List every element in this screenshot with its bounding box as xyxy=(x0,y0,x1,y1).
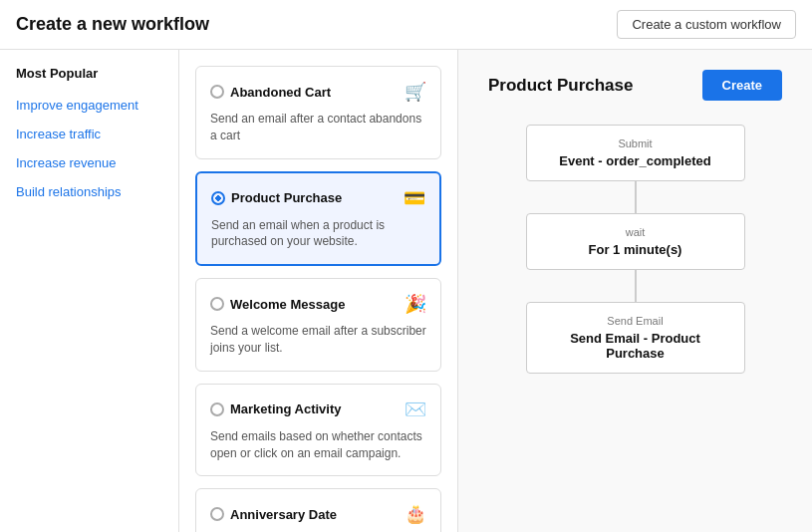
workflow-node-label-2: Send Email xyxy=(543,315,728,327)
radio-marketing-activity[interactable] xyxy=(210,402,224,416)
template-icon-anniversary-date: 🎂 xyxy=(405,503,426,525)
sidebar: Most Popular Improve engagementIncrease … xyxy=(0,50,179,532)
template-name-marketing-activity: Marketing Activity xyxy=(230,401,342,416)
workflow-node-value-1: For 1 minute(s) xyxy=(543,242,728,257)
workflow-node-1: waitFor 1 minute(s) xyxy=(526,213,745,270)
template-icon-abandoned-cart: 🛒 xyxy=(405,81,426,103)
template-card-anniversary-date[interactable]: Anniversary Date🎂Send an annual email or… xyxy=(195,488,441,532)
sidebar-section-title: Most Popular xyxy=(0,66,178,91)
template-card-product-purchase[interactable]: Product Purchase💳Send an email when a pr… xyxy=(195,171,441,267)
template-name-abandoned-cart: Abandoned Cart xyxy=(230,85,331,100)
template-desc-product-purchase: Send an email when a product is purchase… xyxy=(211,217,425,251)
workflow-node-label-0: Submit xyxy=(543,137,728,149)
preview-title: Product Purchase xyxy=(488,76,634,96)
template-list: Abandoned Cart🛒Send an email after a con… xyxy=(179,50,458,532)
workflow-node-value-0: Event - order_completed xyxy=(543,153,728,168)
template-name-anniversary-date: Anniversary Date xyxy=(230,507,337,522)
workflow-diagram: SubmitEvent - order_completedwaitFor 1 m… xyxy=(488,125,782,374)
preview-header: Product Purchase Create xyxy=(488,70,782,101)
template-desc-marketing-activity: Send emails based on whether contacts op… xyxy=(210,428,426,462)
workflow-connector xyxy=(635,270,637,302)
workflow-node-label-1: wait xyxy=(543,226,728,238)
template-icon-marketing-activity: ✉️ xyxy=(405,399,426,420)
template-desc-abandoned-cart: Send an email after a contact abandons a… xyxy=(210,111,426,144)
header: Create a new workflow Create a custom wo… xyxy=(0,0,812,50)
radio-product-purchase[interactable] xyxy=(211,191,225,205)
radio-welcome-message[interactable] xyxy=(210,297,224,311)
template-card-marketing-activity[interactable]: Marketing Activity✉️Send emails based on… xyxy=(195,384,441,477)
workflow-node-0: SubmitEvent - order_completed xyxy=(526,125,745,181)
sidebar-item[interactable]: Build relationships xyxy=(0,177,178,206)
template-card-welcome-message[interactable]: Welcome Message🎉Send a welcome email aft… xyxy=(195,278,441,372)
template-card-abandoned-cart[interactable]: Abandoned Cart🛒Send an email after a con… xyxy=(195,66,441,159)
workflow-node-2: Send EmailSend Email - Product Purchase xyxy=(526,302,745,374)
sidebar-item[interactable]: Increase revenue xyxy=(0,148,178,177)
workflow-node-value-2: Send Email - Product Purchase xyxy=(543,331,728,361)
sidebar-item[interactable]: Improve engagement xyxy=(0,91,178,120)
template-desc-welcome-message: Send a welcome email after a subscriber … xyxy=(210,323,426,357)
radio-abandoned-cart[interactable] xyxy=(210,85,224,99)
template-name-welcome-message: Welcome Message xyxy=(230,297,345,312)
template-name-product-purchase: Product Purchase xyxy=(231,190,342,205)
preview-panel: Product Purchase Create SubmitEvent - or… xyxy=(458,50,812,532)
create-button[interactable]: Create xyxy=(702,70,782,101)
page-title: Create a new workflow xyxy=(16,14,209,35)
template-icon-welcome-message: 🎉 xyxy=(405,293,426,315)
create-custom-workflow-button[interactable]: Create a custom workflow xyxy=(617,10,796,39)
main-layout: Most Popular Improve engagementIncrease … xyxy=(0,50,812,532)
template-icon-product-purchase: 💳 xyxy=(404,187,425,209)
radio-anniversary-date[interactable] xyxy=(210,507,224,521)
workflow-connector xyxy=(635,181,637,213)
sidebar-item[interactable]: Increase traffic xyxy=(0,120,178,148)
